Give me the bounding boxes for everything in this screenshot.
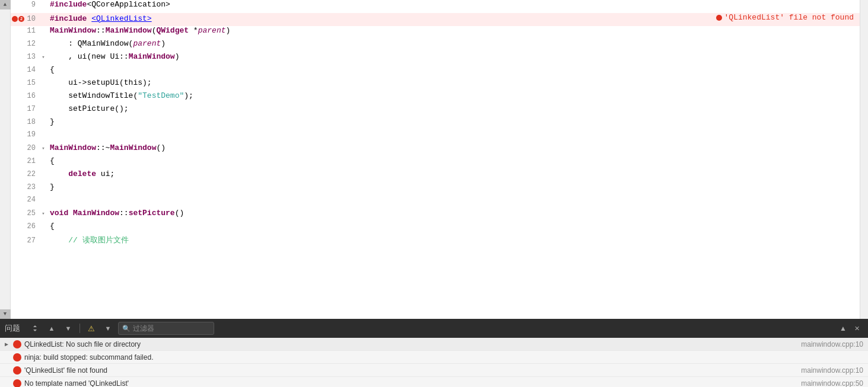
issue-location: mainwindow.cpp:50 [801,379,863,388]
line-number: 26 [11,222,40,231]
code-line: 11MainWindow::MainWindow(QWidget *parent… [11,26,860,39]
issue-text: No template named 'QLinkedList' [24,379,796,388]
line-number: 17 [11,105,40,113]
code-line: 25▾void MainWindow::setPicture() [11,209,860,222]
issue-row[interactable]: ninja: build stopped: subcommand failed. [0,351,868,364]
fold-arrow [40,27,46,33]
code-line: 26{ [11,222,860,235]
code-line: 27 // 读取图片文件 [11,235,860,248]
fold-arrow [40,79,46,85]
issue-row[interactable]: 'QLinkedList' file not foundmainwindow.c… [0,364,868,377]
issue-icon [13,340,21,348]
line-code: delete ui; [47,169,860,178]
fold-arrow [40,66,46,72]
line-number: 19 [11,130,40,139]
inline-error-message: 'QLinkedList' file not found [716,13,860,22]
line-code: MainWindow::~MainWindow() [47,143,860,152]
error-dot-2: 2 [18,16,24,22]
line-number: 14 [11,66,40,74]
search-icon: 🔍 [122,325,131,332]
sort-up-button[interactable]: ▲ [45,322,58,335]
line-code: MainWindow::MainWindow(QWidget *parent) [47,26,860,35]
line-code: } [47,183,860,191]
line-code: ui->setupUi(this); [47,78,860,87]
panel-collapse-button[interactable]: ▲ [840,324,847,332]
code-line: 17 setPicture(); [11,104,860,117]
fold-arrow [40,183,46,189]
fold-arrow [40,196,46,202]
line-number: 23 [11,183,40,191]
line-code: setPicture(); [47,104,860,113]
fold-arrow [40,236,46,242]
issue-row[interactable]: ▶QLinkedList: No such file or directorym… [0,338,868,351]
fold-arrow [40,130,46,136]
issue-location: mainwindow.cpp:10 [801,340,863,348]
warning-icon: ⚠ [88,324,95,333]
left-gutter: ▲ ▼ [0,0,11,319]
issue-icon [13,379,21,388]
line-number: 16 [11,92,40,100]
vertical-scrollbar[interactable] [860,0,868,319]
sort-down-button[interactable]: ▼ [62,322,75,335]
issue-text: ninja: build stopped: subcommand failed. [24,353,863,362]
line-code: // 读取图片文件 [47,235,860,245]
code-line: 21{ [11,156,860,169]
inline-error-icon [716,15,722,21]
line-code: { [47,222,860,231]
close-icon: ✕ [854,325,860,332]
line-number: 210 [11,15,40,23]
code-line: 12 : QMainWindow(parent) [11,39,860,52]
code-line: 13▾ , ui(new Ui::MainWindow) [11,52,860,65]
line-number: 12 [11,40,40,48]
fold-arrow [40,105,46,111]
code-lines: 9#include<QCoreApplication>210#include <… [11,0,860,319]
scroll-up-arrow[interactable]: ▲ [0,0,11,9]
issue-text: QLinkedList: No such file or directory [24,340,796,348]
issue-text: 'QLinkedList' file not found [24,366,796,375]
line-number: 25 [11,209,40,218]
line-number: 11 [11,27,40,35]
issues-list: ▶QLinkedList: No such file or directorym… [0,338,868,387]
fold-arrow [40,1,46,7]
code-line: 20▾MainWindow::~MainWindow() [11,143,860,156]
fold-arrow [40,92,46,98]
line-code: #include <QLinkedList>'QLinkedList' file… [47,13,860,23]
line-number: 9 [11,1,40,9]
panel-close-button[interactable]: ✕ [850,322,863,335]
line-code: setWindowTitle("TestDemo"); [47,91,860,100]
toolbar-separator-1 [80,324,80,333]
filter-input[interactable] [133,324,210,332]
fold-arrow [40,118,46,124]
code-line: 18} [11,117,860,130]
line-code: { [47,156,860,165]
code-line: 15 ui->setupUi(this); [11,78,860,91]
line-code: #include<QCoreApplication> [47,0,860,9]
code-line: 16 setWindowTitle("TestDemo"); [11,91,860,104]
fold-arrow [40,222,46,228]
code-line: 24 [11,196,860,209]
fold-arrow[interactable]: ▾ [40,55,46,60]
line-code: } [47,117,860,126]
line-code: void MainWindow::setPicture() [47,209,860,218]
code-line: 14{ [11,65,860,78]
panel-title: 问题 [5,323,20,334]
fold-arrow[interactable]: ▾ [40,211,46,217]
filter-icon: ▼ [105,325,112,332]
issue-row[interactable]: No template named 'QLinkedList'mainwindo… [0,377,868,387]
line-number: 21 [11,157,40,165]
issue-expand[interactable]: ▶ [5,341,13,348]
warning-filter-button[interactable]: ⚠ [85,322,98,335]
filter-options-button[interactable]: ▼ [101,322,115,335]
fold-arrow [40,15,46,21]
line-number: 24 [11,196,40,204]
line-number: 27 [11,236,40,245]
sort-asc-button[interactable] [28,322,42,335]
code-editor: ▲ ▼ 9#include<QCoreApplication>210#inclu… [0,0,868,319]
fold-arrow[interactable]: ▾ [40,146,46,152]
code-line: 210#include <QLinkedList>'QLinkedList' f… [11,13,860,26]
scroll-down-arrow[interactable]: ▼ [0,309,11,319]
issues-panel: 问题 ▲ ▼ ⚠ ▼ 🔍 ▲ ✕ ▶QLinkedList: No such f… [0,319,868,387]
panel-toolbar: 问题 ▲ ▼ ⚠ ▼ 🔍 ▲ ✕ [0,319,868,338]
code-line: 19 [11,130,860,143]
line-code: { [47,65,860,74]
